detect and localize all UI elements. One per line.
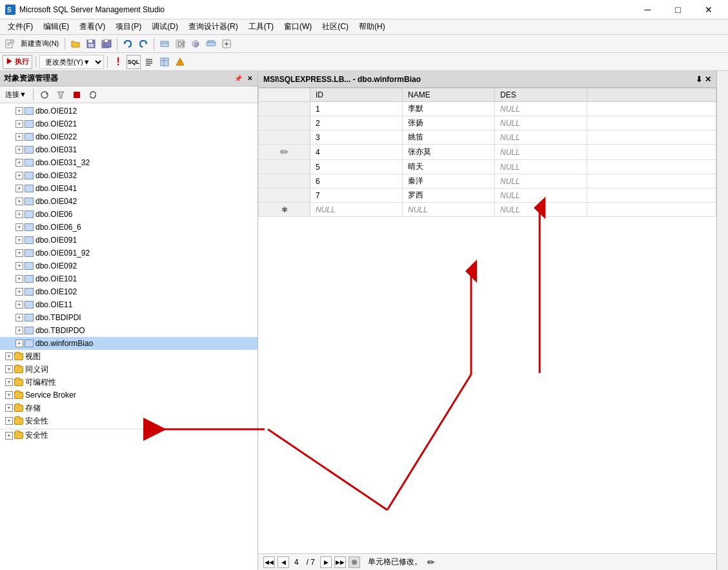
save-button[interactable] [84,37,98,51]
tree-item-oie091-92[interactable]: + dbo.OIE091_92 [0,247,258,260]
expand-oie06-6[interactable]: + [15,223,23,231]
expand-oie041[interactable]: + [15,185,23,192]
tree-item-oie042[interactable]: + dbo.OIE042 [0,195,258,208]
placeholder-btn-3[interactable]: ⚙ [188,37,203,51]
expand-oie021[interactable]: + [15,120,23,128]
tree-item-views[interactable]: + 视图 [0,350,258,363]
oe-filter-button[interactable] [54,88,68,102]
expand-root-security[interactable]: + [5,432,13,440]
new-query-button[interactable] [3,37,17,51]
exclaim-button[interactable]: ! [111,55,125,69]
tree-item-storage[interactable]: + 存储 [0,402,258,414]
expand-oie031[interactable]: + [15,146,23,154]
maximize-button[interactable]: □ [663,0,693,19]
expand-service-broker[interactable]: + [5,391,13,399]
expand-oie06[interactable]: + [15,210,23,218]
expand-oie101[interactable]: + [15,275,23,283]
expand-storage[interactable]: + [5,404,13,412]
row-4-id[interactable]: 4 [310,145,403,160]
tree-item-oie091[interactable]: + dbo.OIE091 [0,234,258,247]
tree-item-programmability[interactable]: + 可编程性 [0,376,258,389]
expand-oie031-32[interactable]: + [15,159,23,167]
menu-community[interactable]: 社区(C) [317,20,354,34]
tree-item-oie021[interactable]: + dbo.OIE021 [0,117,258,130]
save-table-button[interactable] [173,55,187,69]
row-1-id[interactable]: 1 [310,102,403,116]
redo-button[interactable] [136,37,150,51]
tree-item-oie041[interactable]: + dbo.OIE041 [0,182,258,195]
menu-edit[interactable]: 编辑(E) [38,20,74,34]
expand-views[interactable]: + [5,352,13,360]
row-1-name[interactable]: 李默 [403,102,495,116]
menu-debug[interactable]: 调试(D) [147,20,183,34]
expand-oie091-92[interactable]: + [15,249,23,257]
list-button[interactable] [142,55,156,69]
last-page-button[interactable]: ▶▶ [334,556,346,568]
expand-oie042[interactable]: + [15,198,23,205]
expand-oie022[interactable]: + [15,133,23,141]
row-2-name[interactable]: 张扬 [403,116,495,130]
menu-file[interactable]: 文件(F) [3,20,38,34]
execute-button[interactable]: ▶ 执行 [3,55,32,69]
expand-oie012[interactable]: + [15,107,23,115]
save-all-button[interactable] [99,37,114,51]
tree-item-security[interactable]: + 安全性 [0,414,258,427]
tree-item-oie06-6[interactable]: + dbo.OIE06_6 [0,221,258,234]
tree-item-winformbiao[interactable]: + dbo.winformBiao [0,337,258,350]
tree-item-oie031-32[interactable]: + dbo.OIE031_32 [0,156,258,169]
new-query-label[interactable]: 新建查询(N) [18,39,61,48]
menu-view[interactable]: 查看(V) [74,20,110,34]
row-6-name[interactable]: 秦洋 [403,174,495,188]
expand-oie091[interactable]: + [15,236,23,244]
close-button[interactable]: ✕ [694,0,723,19]
tree-item-oie092[interactable]: + dbo.OIE092 [0,260,258,272]
expand-winformbiao[interactable]: + [15,340,23,347]
placeholder-btn-2[interactable]: DB [173,37,187,51]
row-2-id[interactable]: 2 [310,116,403,130]
content-pin-icon[interactable]: ⬇ [696,75,702,84]
row-5-name[interactable]: 晴天 [403,160,495,174]
menu-window[interactable]: 窗口(W) [279,20,317,34]
expand-oie11[interactable]: + [15,301,23,309]
table-view-button[interactable] [157,55,172,69]
tree-item-oie032[interactable]: + dbo.OIE032 [0,169,258,182]
oe-refresh-button[interactable] [37,88,52,102]
tree-item-service-broker[interactable]: + Service Broker [0,389,258,402]
stop-button[interactable] [349,556,360,568]
row-3-id[interactable]: 3 [310,130,403,145]
tree-item-oie031[interactable]: + dbo.OIE031 [0,143,258,156]
row-7-id[interactable]: 7 [310,188,403,203]
row-7-name[interactable]: 罗西 [403,188,495,203]
undo-button[interactable] [121,37,135,51]
next-page-button[interactable]: ▶ [320,556,332,568]
open-button[interactable] [68,37,83,51]
expand-security[interactable]: + [5,417,13,425]
tree-item-oie012[interactable]: + dbo.OIE012 [0,105,258,117]
oe-close-icon[interactable]: ✕ [246,75,254,82]
sql-button[interactable]: SQL [126,55,141,69]
expand-tbdipdi[interactable]: + [15,314,23,321]
oe-sync-button[interactable] [86,88,100,102]
oe-stop-button[interactable] [70,88,84,102]
row-6-id[interactable]: 6 [310,174,403,188]
expand-synonyms[interactable]: + [5,365,13,373]
menu-tools[interactable]: 工具(T) [243,20,279,34]
content-close-icon[interactable]: ✕ [705,75,711,84]
placeholder-btn-4[interactable] [204,37,218,51]
tree-item-oie06[interactable]: + dbo.OIE06 [0,208,258,221]
tree-item-synonyms[interactable]: + 同义词 [0,363,258,376]
tree-item-oie11[interactable]: + dbo.OIE11 [0,298,258,311]
connect-button[interactable]: 连接▼ [3,90,29,99]
tree-item-oie101[interactable]: + dbo.OIE101 [0,272,258,285]
expand-tbdipdo[interactable]: + [15,327,23,334]
menu-project[interactable]: 项目(P) [110,20,147,34]
expand-programmability[interactable]: + [5,378,13,386]
placeholder-btn-1[interactable] [157,37,172,51]
row-5-id[interactable]: 5 [310,160,403,174]
first-page-button[interactable]: ◀◀ [263,556,275,568]
menu-help[interactable]: 帮助(H) [354,20,390,34]
expand-oie102[interactable]: + [15,288,23,296]
minimize-button[interactable]: ─ [633,0,662,19]
tree-item-oie022[interactable]: + dbo.OIE022 [0,130,258,143]
menu-query-designer[interactable]: 查询设计器(R) [183,20,243,34]
